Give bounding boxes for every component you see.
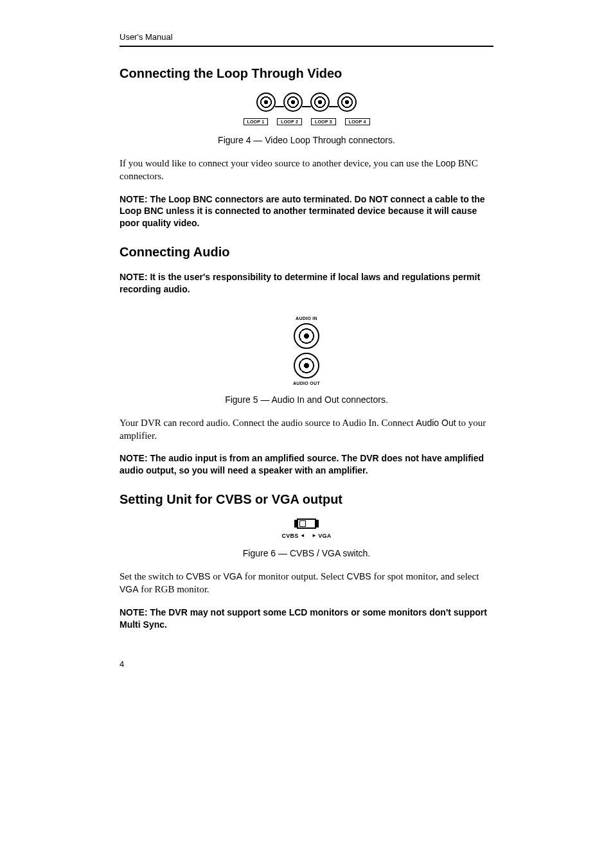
bnc-label: LOOP 2 — [277, 118, 302, 125]
text-run-sans: Audio Out — [416, 418, 456, 428]
switch-knob-icon — [299, 520, 306, 527]
audio-out-label: AUDIO OUT — [293, 381, 320, 385]
triangle-right-icon: ► — [312, 533, 317, 538]
text-run: Your DVR can record audio. Connect the a… — [120, 418, 416, 428]
text-run-sans: VGA — [120, 584, 139, 594]
note-audio-amplifier: NOTE: The audio input is from an amplifi… — [120, 452, 493, 477]
figure-caption: Figure 5 — Audio In and Out connectors. — [120, 394, 493, 405]
triangle-left-icon: ◄ — [300, 533, 305, 538]
switch-label-vga: VGA — [318, 533, 331, 539]
text-run-sans: VGA — [223, 571, 242, 581]
note-loop-termination: NOTE: The Loop BNC connectors are auto t… — [120, 193, 493, 230]
page-number: 4 — [120, 659, 493, 669]
paragraph-switch-instructions: Set the switch to CVBS or VGA for monito… — [120, 570, 493, 596]
heading-cvbs-vga-output: Setting Unit for CVBS or VGA output — [120, 492, 493, 507]
page-header: User's Manual — [120, 32, 493, 47]
text-run: If you would like to connect your video … — [120, 158, 436, 168]
figure-caption: Figure 4 — Video Loop Through connectors… — [120, 135, 493, 145]
text-run: for spot monitor, and select — [371, 571, 479, 581]
switch-label-cvbs: CVBS — [281, 533, 298, 539]
audio-in-label: AUDIO IN — [296, 316, 317, 321]
bnc-connector-icon — [283, 93, 303, 112]
bnc-connector-row — [256, 93, 357, 112]
text-run-sans: Loop — [436, 158, 456, 168]
bnc-label-row: LOOP 1 LOOP 2 LOOP 3 LOOP 4 — [244, 118, 370, 125]
switch-label-row: CVBS ◄ ► VGA — [281, 533, 331, 539]
bnc-connector-icon — [337, 93, 357, 112]
text-run-sans: CVBS — [347, 571, 371, 581]
heading-loop-video: Connecting the Loop Through Video — [120, 66, 493, 81]
rca-connector-icon — [294, 353, 319, 378]
bnc-connector-icon — [310, 93, 330, 112]
figure-audio-connectors: AUDIO IN AUDIO OUT Figure 5 — Audio In a… — [120, 311, 493, 405]
figure-loop-connectors: LOOP 1 LOOP 2 LOOP 3 LOOP 4 Figure 4 — V… — [120, 93, 493, 145]
note-monitor-support: NOTE: The DVR may not support some LCD m… — [120, 607, 493, 631]
heading-connecting-audio: Connecting Audio — [120, 245, 493, 260]
text-run: Set the switch to — [120, 571, 186, 581]
text-run: or — [210, 571, 223, 581]
text-run: for monitor output. Select — [242, 571, 346, 581]
slide-switch-icon — [297, 518, 316, 529]
paragraph-loop-usage: If you would like to connect your video … — [120, 157, 493, 183]
bnc-connector-icon — [256, 93, 276, 112]
bnc-label: LOOP 4 — [345, 118, 370, 125]
text-run: for RGB monitor. — [139, 584, 209, 594]
figure-caption: Figure 6 — CVBS / VGA switch. — [120, 548, 493, 558]
paragraph-audio-connect: Your DVR can record audio. Connect the a… — [120, 416, 493, 443]
manual-title: User's Manual — [120, 32, 173, 42]
connector-link-icon — [275, 106, 284, 107]
bnc-label: LOOP 1 — [244, 118, 269, 125]
connector-link-icon — [302, 106, 311, 107]
bnc-label: LOOP 3 — [311, 118, 336, 125]
rca-connector-icon — [294, 323, 319, 349]
text-run-sans: CVBS — [186, 571, 210, 581]
note-audio-laws: NOTE: It is the user's responsibility to… — [120, 271, 493, 296]
connector-link-icon — [329, 106, 338, 107]
figure-cvbs-vga-switch: CVBS ◄ ► VGA Figure 6 — CVBS / VGA switc… — [120, 518, 493, 558]
